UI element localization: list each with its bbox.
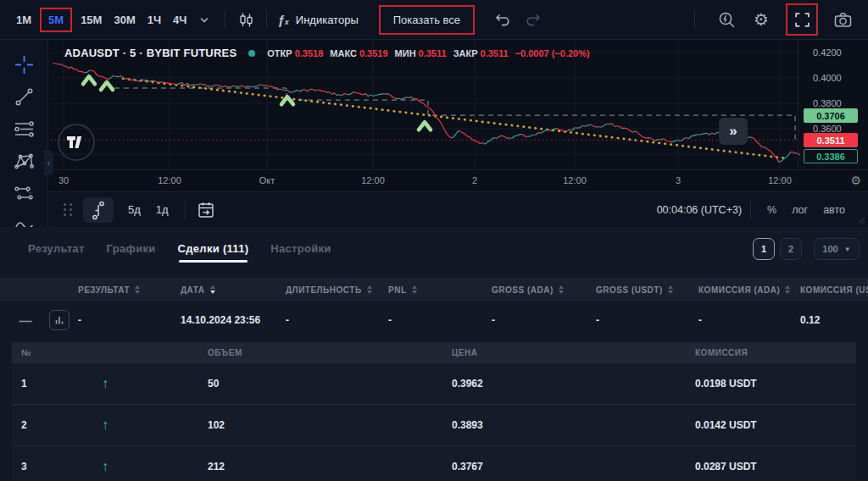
col-fee-ada[interactable]: КОМИССИЯ (ADA) [698, 285, 800, 295]
interval-15m-button[interactable]: 15M [75, 10, 108, 30]
auto-scale-button[interactable]: авто [815, 201, 853, 219]
fullscreen-icon[interactable] [790, 8, 814, 31]
orders-subtable: № ОБЪЕМ ЦЕНА КОМИССИЯ 1 ↑ 50 0.3962 0.01… [12, 342, 856, 481]
order-price: 0.3767 [431, 461, 674, 473]
page-size-select[interactable]: 100 ▼ [814, 238, 860, 260]
chart-type-candles-icon[interactable] [234, 8, 258, 31]
drawing-toolbar-collapse-handle[interactable]: ‹ [44, 150, 53, 175]
sort-icon [785, 285, 790, 294]
interval-5m-button[interactable]: 5M [42, 10, 70, 30]
time-tick: Окт [259, 175, 275, 185]
xabcd-pattern-tool-icon[interactable] [13, 150, 36, 173]
projection-tool-icon[interactable] [13, 182, 36, 205]
interval-30m-button[interactable]: 30M [108, 10, 141, 30]
sort-icon [559, 285, 564, 294]
tab-result[interactable]: Результат [28, 242, 85, 267]
undo-icon[interactable] [490, 8, 514, 31]
order-volume: 212 [186, 461, 431, 473]
chart-footer-bar: 5д 1д 00:04:06 (UTC+3) % лог авто [48, 191, 868, 227]
col-number: № [12, 348, 81, 357]
interval-1m-button[interactable]: 1M [10, 10, 37, 30]
low-value: 0.3511 [419, 48, 447, 58]
toolbar-divider [694, 10, 695, 29]
page-1-button[interactable]: 1 [753, 238, 775, 260]
order-number: 1 [12, 378, 81, 390]
interval-menu-chevron-icon[interactable] [192, 8, 216, 31]
time-tick: 12:00 [768, 175, 792, 185]
show-all-button[interactable]: Показать все [379, 5, 475, 35]
direction-up-arrow-icon: ↑ [81, 418, 186, 432]
trade-result: - [78, 314, 181, 326]
time-axis[interactable]: 30 12:00 Окт 12:00 2 12:00 3 12:00 ⚙ [48, 169, 868, 191]
indicators-label: Индикаторы [296, 14, 359, 26]
sort-icon [135, 285, 140, 294]
ohlc-values: ОТКР 0.3518 МАКС 0.3519 МИН 0.3511 ЗАКР … [267, 48, 589, 58]
quick-search-icon[interactable] [715, 8, 738, 31]
col-price: ЦЕНА [431, 348, 674, 357]
resize-handle-icon[interactable] [856, 215, 865, 224]
price-axis[interactable]: 0.4200 0.4000 0.3800 0.3600 0.3706 0.351… [798, 40, 868, 169]
order-number: 3 [12, 461, 81, 473]
horizontal-lines-tool-icon[interactable] [13, 118, 36, 141]
settings-gear-icon[interactable]: ⚙ [749, 8, 773, 31]
footer-divider [185, 201, 186, 219]
range-1d-button[interactable]: 1д [148, 200, 176, 219]
sort-icon [412, 285, 417, 294]
tradingview-logo[interactable] [58, 124, 95, 161]
session-clock[interactable]: 00:04:06 (UTC+3) [657, 204, 742, 216]
log-scale-button[interactable]: лог [784, 201, 815, 219]
trade-pnl: - [388, 314, 492, 326]
tab-charts[interactable]: Графики [107, 242, 156, 267]
trade-gross-ada: - [492, 314, 596, 326]
range-5d-button[interactable]: 5д [120, 200, 148, 219]
percent-scale-button[interactable]: % [760, 201, 784, 219]
page-2-button[interactable]: 2 [780, 238, 802, 260]
show-on-chart-icon[interactable] [49, 310, 70, 330]
time-tick: 3 [676, 175, 681, 185]
axis-settings-gear-icon[interactable]: ⚙ [850, 174, 861, 187]
col-duration[interactable]: ДЛИТЕЛЬНОСТЬ [286, 285, 388, 295]
trend-line-tool-icon[interactable] [13, 86, 36, 108]
interval-1h-button[interactable]: 1Ч [142, 10, 167, 30]
change-value: −0.0007 (−0.20%) [515, 48, 590, 58]
order-volume: 50 [186, 378, 431, 390]
tab-trades[interactable]: Сделки (111) [178, 242, 249, 267]
screenshot-camera-icon[interactable] [831, 8, 854, 31]
crosshair-tool-icon[interactable] [13, 53, 36, 76]
trade-fee-ada: - [698, 314, 800, 326]
close-label: ЗАКР [453, 48, 478, 58]
col-gross-usdt[interactable]: GROSS (USDT) [596, 285, 698, 295]
time-tick: 2 [472, 175, 477, 185]
redo-icon[interactable] [522, 8, 546, 31]
order-number: 2 [12, 419, 81, 431]
order-price: 0.3962 [431, 378, 674, 390]
drag-handle-icon[interactable] [64, 203, 73, 216]
tab-settings[interactable]: Настройки [270, 242, 331, 267]
interval-4h-button[interactable]: 4Ч [167, 10, 192, 30]
time-tick: 12:00 [563, 175, 587, 185]
order-row[interactable]: 3 ↑ 212 0.3767 0.0287 USDT [12, 445, 856, 481]
col-result[interactable]: РЕЗУЛЬТАТ [78, 285, 181, 295]
annotation-box-5m: 5M [40, 8, 72, 32]
page-size-value: 100 [822, 244, 837, 254]
order-row[interactable]: 1 ↑ 50 0.3962 0.0198 USDT [12, 362, 856, 404]
pagination: 1 2 100 ▼ [753, 238, 860, 260]
symbol-title[interactable]: ADAUSDT · 5 · BYBIT FUTURES [64, 47, 236, 59]
indicators-button[interactable]: ƒx Индикаторы [277, 13, 358, 27]
price-range-tool-icon[interactable] [83, 197, 114, 223]
col-date[interactable]: ДАТА [181, 285, 286, 295]
toolbar-right-group: ⚙ [686, 3, 858, 36]
trade-row[interactable]: — - 14.10.2024 23:56 - - - - - 0.12 [0, 301, 868, 339]
col-fee-usdt[interactable]: КОМИССИЯ (USDT) [800, 285, 868, 295]
go-to-date-icon[interactable] [194, 198, 218, 222]
orders-header: № ОБЪЕМ ЦЕНА КОМИССИЯ [12, 342, 856, 362]
collapse-row-icon[interactable]: — [17, 313, 34, 328]
order-fee: 0.0142 USDT [674, 419, 856, 431]
col-pnl[interactable]: PNL [388, 285, 492, 295]
toolbar-divider [225, 10, 225, 29]
trade-row-tools: — [12, 310, 78, 330]
order-row[interactable]: 2 ↑ 102 0.3893 0.0142 USDT [12, 404, 856, 445]
col-gross-ada[interactable]: GROSS (ADA) [492, 285, 596, 295]
scroll-to-latest-button[interactable]: » [719, 118, 748, 145]
direction-up-arrow-icon: ↑ [81, 460, 186, 473]
